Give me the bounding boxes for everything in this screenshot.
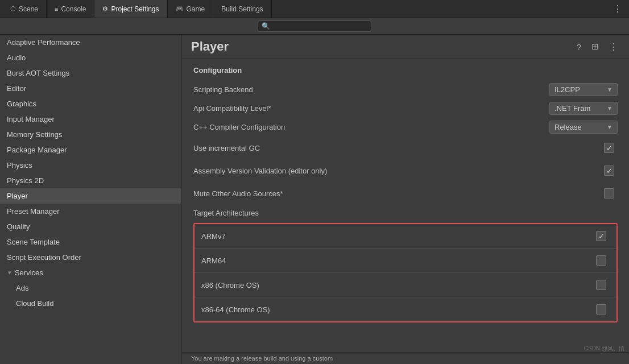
scripting-backend-value: IL2CPP: [554, 85, 605, 94]
services-expand-icon: ▼: [7, 270, 13, 276]
tab-bar-more-icon[interactable]: ⋮: [609, 3, 627, 14]
scripting-backend-control: IL2CPP ▼: [549, 83, 618, 96]
content-area: Player ? ⊞ ⋮ Configuration Scripting Bac…: [182, 35, 629, 364]
sidebar-item-ads[interactable]: Ads: [0, 280, 181, 296]
assembly-version-control: [601, 162, 618, 179]
watermark: CSDN @风、情: [584, 345, 624, 353]
sidebar-item-editor[interactable]: Editor: [0, 81, 181, 96]
sidebar-item-preset-manager[interactable]: Preset Manager: [0, 204, 181, 219]
more-options-button[interactable]: ⋮: [607, 40, 620, 53]
sidebar-item-cloud-build[interactable]: Cloud Build: [0, 296, 181, 311]
incremental-gc-checkbox[interactable]: [604, 143, 614, 153]
project-settings-tab-icon: ⚙: [102, 5, 108, 13]
incremental-gc-row: Use incremental GC: [193, 136, 618, 159]
api-compat-row: Api Compatibility Level* .NET Fram ▼: [193, 99, 618, 118]
sidebar-item-script-execution-order[interactable]: Script Execution Order: [0, 250, 181, 265]
tab-game[interactable]: 🎮 Game: [168, 0, 214, 18]
target-architectures-label: Target Architectures: [193, 209, 259, 217]
api-compat-label: Api Compatibility Level*: [193, 104, 271, 113]
scripting-backend-dropdown[interactable]: IL2CPP ▼: [549, 83, 618, 96]
main-layout: Adaptive Performance Audio Burst AOT Set…: [0, 35, 629, 364]
console-tab-icon: ≡: [55, 6, 58, 13]
tab-project-settings-label: Project Settings: [111, 5, 159, 13]
physics-2d-label: Physics 2D: [7, 176, 44, 185]
arm64-checkbox[interactable]: [596, 255, 606, 266]
tab-bar: ⬡ Scene ≡ Console ⚙ Project Settings 🎮 G…: [0, 0, 629, 18]
incremental-gc-control: [601, 139, 618, 156]
arch-row-armv7: ARMv7: [195, 224, 616, 249]
search-wrapper: 🔍: [258, 20, 371, 32]
search-bar-container: 🔍: [0, 18, 629, 35]
settings-content: Configuration Scripting Backend IL2CPP ▼…: [182, 59, 629, 329]
armv7-label: ARMv7: [201, 232, 226, 241]
search-icon: 🔍: [262, 22, 270, 30]
tab-game-label: Game: [187, 5, 205, 13]
cpp-compiler-label: C++ Compiler Configuration: [193, 123, 285, 131]
tab-project-settings[interactable]: ⚙ Project Settings: [94, 0, 167, 18]
tab-console-label: Console: [61, 5, 86, 13]
mute-audio-checkbox[interactable]: [604, 188, 614, 198]
armv7-checkbox[interactable]: [596, 231, 606, 241]
mute-audio-row: Mute Other Audio Sources*: [193, 182, 618, 205]
game-tab-icon: 🎮: [176, 5, 184, 13]
arch-row-x86: x86 (Chrome OS): [195, 273, 616, 297]
sidebar-item-services[interactable]: ▼ Services: [0, 265, 181, 280]
services-label: Services: [15, 268, 43, 277]
armv7-control: [593, 228, 610, 245]
header-icons: ? ⊞ ⋮: [574, 40, 620, 53]
preset-manager-label: Preset Manager: [7, 207, 60, 216]
cpp-compiler-control: Release ▼: [549, 121, 618, 134]
sidebar-item-input-manager[interactable]: Input Manager: [0, 111, 181, 127]
memory-settings-label: Memory Settings: [7, 130, 63, 139]
tab-console[interactable]: ≡ Console: [47, 0, 94, 18]
api-compat-arrow: ▼: [607, 105, 613, 111]
arm64-label: ARM64: [201, 257, 226, 265]
sidebar-item-audio[interactable]: Audio: [0, 50, 181, 65]
x86-64-checkbox[interactable]: [596, 304, 606, 315]
physics-label: Physics: [7, 161, 32, 169]
search-input[interactable]: [272, 22, 367, 30]
assembly-version-checkbox[interactable]: [604, 166, 614, 176]
scripting-backend-row: Scripting Backend IL2CPP ▼: [193, 80, 618, 99]
sidebar-item-graphics[interactable]: Graphics: [0, 96, 181, 111]
sidebar-item-quality[interactable]: Quality: [0, 219, 181, 234]
graphics-label: Graphics: [7, 100, 36, 108]
quality-label: Quality: [7, 222, 30, 231]
tab-scene-label: Scene: [19, 5, 38, 13]
api-compat-value: .NET Fram: [554, 104, 605, 113]
sidebar-item-player[interactable]: Player: [0, 188, 181, 204]
script-execution-order-label: Script Execution Order: [7, 253, 81, 262]
input-manager-label: Input Manager: [7, 115, 55, 123]
player-header: Player ? ⊞ ⋮: [182, 35, 629, 59]
x86-label: x86 (Chrome OS): [201, 281, 259, 289]
x86-checkbox[interactable]: [596, 280, 606, 290]
sidebar-item-adaptive-performance[interactable]: Adaptive Performance: [0, 35, 181, 50]
editor-label: Editor: [7, 84, 26, 93]
mute-audio-label: Mute Other Audio Sources*: [193, 189, 283, 198]
sidebar-item-physics[interactable]: Physics: [0, 158, 181, 173]
layout-button[interactable]: ⊞: [589, 40, 601, 53]
cpp-compiler-dropdown[interactable]: Release ▼: [549, 121, 618, 134]
arch-row-x86-64: x86-64 (Chrome OS): [195, 297, 616, 321]
tab-build-settings[interactable]: Build Settings: [213, 0, 271, 18]
incremental-gc-label: Use incremental GC: [193, 144, 260, 152]
mute-audio-control: [601, 185, 618, 202]
tab-scene[interactable]: ⬡ Scene: [2, 0, 47, 18]
player-title: Player: [191, 39, 229, 54]
scripting-backend-label: Scripting Backend: [193, 85, 253, 94]
sidebar-item-scene-template[interactable]: Scene Template: [0, 234, 181, 250]
x86-control: [593, 276, 610, 293]
x86-64-control: [593, 301, 610, 318]
sidebar-item-package-manager[interactable]: Package Manager: [0, 142, 181, 158]
assembly-version-row: Assembly Version Validation (editor only…: [193, 159, 618, 182]
sidebar-item-burst-aot[interactable]: Burst AOT Settings: [0, 65, 181, 81]
help-button[interactable]: ?: [574, 41, 584, 53]
cpp-compiler-arrow: ▼: [607, 124, 613, 130]
sidebar-item-physics-2d[interactable]: Physics 2D: [0, 173, 181, 188]
scripting-backend-arrow: ▼: [607, 86, 613, 93]
configuration-section-title: Configuration: [193, 66, 618, 75]
cloud-build-label: Cloud Build: [16, 299, 54, 308]
sidebar-item-memory-settings[interactable]: Memory Settings: [0, 127, 181, 142]
api-compat-dropdown[interactable]: .NET Fram ▼: [549, 102, 618, 115]
api-compat-control: .NET Fram ▼: [549, 102, 618, 115]
